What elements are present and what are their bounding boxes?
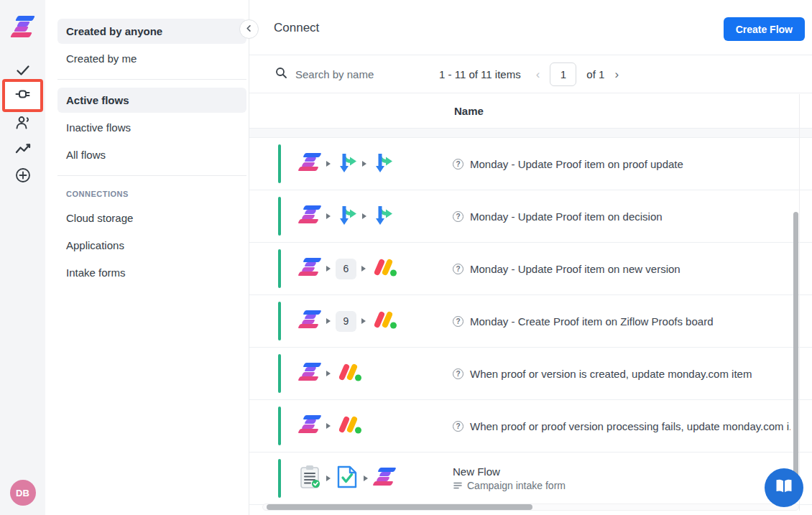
approve-document-icon [336, 464, 359, 493]
flow-row[interactable]: 6 ? Monday - Update Proof item on new ve… [249, 243, 812, 295]
search-icon [275, 67, 287, 82]
flow-row[interactable]: ? When proof or proof version processing… [249, 400, 812, 453]
branch-step-icon [372, 203, 393, 229]
horizontal-scrollbar[interactable] [267, 504, 532, 510]
connect-sidebar: Created by anyoneCreated by me Active fl… [45, 0, 249, 515]
connect-plug-highlight [2, 79, 43, 112]
flow-row[interactable]: ? When proof or version is created, upda… [249, 348, 812, 400]
divider [57, 79, 246, 80]
step-count-badge: 6 [336, 259, 356, 279]
step-arrow-icon [326, 371, 331, 376]
sidebar-item-created-by-anyone[interactable]: Created by anyone [57, 19, 246, 44]
flow-name: Monday - Update Proof item on decision [470, 210, 663, 223]
connections-section-title: CONNECTIONS [57, 184, 246, 205]
create-flow-button[interactable]: Create Flow [724, 17, 805, 41]
help-circle-icon: ? [453, 368, 463, 379]
add-icon[interactable] [14, 167, 32, 184]
ziflow-logo[interactable] [11, 16, 35, 41]
prev-page-icon[interactable]: ‹ [536, 68, 540, 80]
step-arrow-icon [326, 161, 331, 167]
sidebar-item-all-flows[interactable]: All flows [57, 142, 246, 167]
ziflow-icon [298, 205, 321, 227]
flow-step-icons [298, 414, 361, 438]
branch-step-icon [336, 203, 357, 229]
active-status-bar [278, 459, 281, 498]
connections-list: Cloud storageApplicationsIntake forms [57, 205, 246, 285]
help-circle-icon: ? [453, 316, 463, 327]
people-icon[interactable] [14, 113, 32, 131]
page-title: Connect [274, 21, 319, 35]
flow-list: ? Monday - Update Proof item on proof up… [249, 138, 812, 505]
creator-filter-list: Created by anyoneCreated by me [57, 19, 246, 71]
active-status-bar [278, 197, 281, 236]
step-arrow-icon [361, 266, 366, 272]
flow-name: Monday - Update Proof item on proof upda… [470, 158, 683, 170]
flow-row[interactable]: ? Monday - Update Proof item on decision [249, 190, 812, 243]
scrolled-row-strip [249, 129, 812, 138]
flow-row[interactable]: ? Monday - Update Proof item on proof up… [249, 138, 812, 190]
activity-icon[interactable] [14, 141, 32, 157]
flow-step-icons: 6 [298, 256, 397, 281]
flow-name: When proof or proof version processing f… [470, 420, 790, 432]
help-docs-button[interactable] [765, 468, 803, 507]
tasks-check-icon[interactable] [14, 62, 32, 79]
connect-page: DB Created by anyoneCreated by me Active… [0, 0, 812, 515]
flow-row[interactable]: 9 ? Monday - Create Proof item on Ziflow… [249, 295, 812, 348]
sidebar-item-intake-forms[interactable]: Intake forms [57, 260, 246, 285]
help-circle-icon: ? [453, 264, 463, 274]
sidebar-item-inactive-flows[interactable]: Inactive flows [57, 115, 246, 140]
vertical-scrollbar[interactable] [793, 212, 798, 499]
flow-subtitle: Campaign intake form [453, 480, 566, 491]
monday-icon [371, 309, 397, 333]
ziflow-icon [298, 258, 321, 279]
sidebar-item-cloud-storage[interactable]: Cloud storage [57, 205, 246, 231]
items-count: 1 - 11 of 11 items [439, 68, 521, 80]
collapse-sidebar-button[interactable] [239, 19, 259, 39]
step-arrow-icon [362, 161, 366, 167]
flow-step-icons [298, 361, 361, 386]
ziflow-icon [11, 16, 35, 41]
ziflow-icon [298, 363, 321, 384]
help-circle-icon: ? [453, 159, 463, 170]
user-avatar[interactable]: DB [10, 480, 36, 506]
monday-icon [371, 256, 397, 281]
search-box [275, 67, 439, 82]
step-arrow-icon [326, 318, 331, 324]
sidebar-item-applications[interactable]: Applications [57, 233, 246, 258]
connect-plug-icon[interactable] [14, 85, 32, 106]
divider [57, 175, 246, 176]
flow-step-icons [298, 203, 393, 229]
step-count-badge: 9 [336, 311, 356, 332]
flow-name: Monday - Create Proof item on Ziflow Pro… [470, 315, 713, 328]
ziflow-icon [298, 415, 321, 437]
ziflow-icon [373, 468, 396, 489]
branch-step-icon [372, 151, 393, 177]
monday-icon [336, 361, 361, 386]
active-status-bar [278, 144, 281, 183]
flow-name: When proof or version is created, update… [470, 368, 752, 380]
pagination: ‹ of 1 › [536, 62, 619, 86]
form-lines-icon [453, 481, 463, 491]
sidebar-item-created-by-me[interactable]: Created by me [57, 46, 246, 71]
chevron-left-icon [244, 23, 254, 36]
main-header: Connect Create Flow [249, 0, 812, 55]
monday-icon [336, 414, 361, 438]
next-page-icon[interactable]: › [614, 68, 619, 80]
status-filter-list: Active flowsInactive flowsAll flows [57, 88, 246, 167]
scroll-area-border [799, 94, 800, 511]
flow-step-icons [298, 151, 393, 177]
step-arrow-icon [326, 423, 331, 429]
search-input[interactable] [294, 68, 416, 81]
flow-name: Monday - Update Proof item on new versio… [470, 263, 680, 275]
flow-name: New Flow [453, 465, 566, 478]
avatar-initials: DB [10, 480, 36, 506]
flow-step-icons: 9 [298, 309, 397, 333]
step-arrow-icon [326, 475, 331, 481]
sidebar-item-active-flows[interactable]: Active flows [57, 88, 246, 113]
page-of-label: of 1 [586, 68, 604, 80]
flow-step-icons [298, 464, 396, 493]
page-number-input[interactable] [550, 62, 576, 86]
active-status-bar [278, 354, 281, 393]
flow-row[interactable]: New Flow Campaign intake form [249, 453, 812, 505]
ziflow-icon [298, 310, 321, 332]
